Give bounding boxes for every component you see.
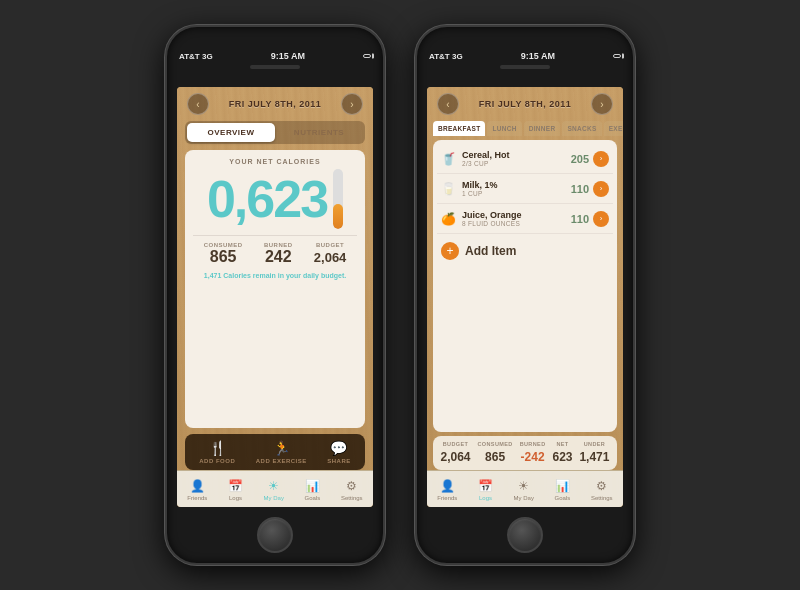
- sum-burned-label: BURNED: [520, 441, 546, 447]
- stats-row: CONSUMED 865 BURNED 242 BUDGET 2,064: [193, 235, 357, 266]
- phone-2: AT&T 3G 9:15 AM ‹ FRI JULY 8TH, 2011 › B…: [415, 25, 635, 565]
- sum-burned: BURNED -242: [520, 441, 546, 465]
- back-arrow-1[interactable]: ‹: [187, 93, 209, 115]
- food-item-2[interactable]: 🍊 Juice, Orange 8 Fluid Ounces 110 ›: [437, 204, 613, 234]
- food-cal-0: 205: [571, 153, 589, 165]
- phone-top-2: AT&T 3G 9:15 AM: [417, 27, 633, 87]
- nav-date-1: FRI JULY 8TH, 2011: [229, 99, 322, 109]
- sum-consumed-label: CONSUMED: [477, 441, 512, 447]
- back-arrow-2[interactable]: ‹: [437, 93, 459, 115]
- btab-settings-2[interactable]: ⚙ Settings: [587, 477, 617, 503]
- screen-1: ‹ FRI JULY 8TH, 2011 › OVERVIEW NUTRIENT…: [177, 87, 373, 507]
- speaker-2: [500, 65, 550, 69]
- main-card-1: YOUR NET CALORIES 0,623 CONSUMED 865 BUR…: [185, 150, 365, 428]
- food-portion-0: 2/3 Cup: [462, 160, 571, 167]
- sum-burned-value: -242: [521, 450, 545, 464]
- home-button-1[interactable]: [257, 517, 293, 553]
- progress-fill: [333, 204, 343, 229]
- phone-bottom-2: [417, 507, 633, 562]
- action-bar-1: 🍴 ADD FOOD 🏃 ADD EXERCISE 💬 SHARE: [185, 434, 365, 470]
- speaker-1: [250, 65, 300, 69]
- goals-label-2: Goals: [555, 495, 571, 501]
- phone-1: AT&T 3G 9:15 AM ‹ FRI JULY 8TH, 2011 › O…: [165, 25, 385, 565]
- settings-icon-2: ⚙: [596, 479, 607, 493]
- food-icon-1: 🥛: [441, 182, 456, 196]
- sum-under-label: UNDER: [579, 441, 609, 447]
- food-item-1[interactable]: 🥛 Milk, 1% 1 Cup 110 ›: [437, 174, 613, 204]
- share-icon: 💬: [330, 440, 347, 456]
- myday-label-2: My Day: [514, 495, 534, 501]
- btab-logs-2[interactable]: 📅 Logs: [474, 477, 497, 503]
- btab-friends-1[interactable]: 👤 Friends: [183, 477, 211, 503]
- meal-tab-lunch[interactable]: LUNCH: [487, 121, 521, 136]
- status-bar-1: AT&T 3G 9:15 AM: [167, 45, 383, 63]
- logs-label-2: Logs: [479, 495, 492, 501]
- forward-arrow-1[interactable]: ›: [341, 93, 363, 115]
- btab-goals-2[interactable]: 📊 Goals: [551, 477, 575, 503]
- time-2: 9:15 AM: [521, 51, 555, 61]
- progress-bar: [333, 169, 343, 229]
- food-icon-2: 🍊: [441, 212, 456, 226]
- stat-budget-label: BUDGET: [314, 242, 347, 248]
- food-portion-1: 1 Cup: [462, 190, 571, 197]
- food-info-2: Juice, Orange 8 Fluid Ounces: [462, 210, 571, 227]
- meal-tab-breakfast[interactable]: BREAKFAST: [433, 121, 485, 136]
- food-name-1: Milk, 1%: [462, 180, 571, 190]
- add-food-icon: 🍴: [209, 440, 226, 456]
- food-icon-0: 🥤: [441, 152, 456, 166]
- sum-budget-label: BUDGET: [440, 441, 470, 447]
- carrier-signal-2: AT&T 3G: [429, 52, 463, 61]
- tab-overview[interactable]: OVERVIEW: [187, 123, 275, 142]
- goals-icon-2: 📊: [555, 479, 570, 493]
- btab-goals-1[interactable]: 📊 Goals: [301, 477, 325, 503]
- food-arrow-0[interactable]: ›: [593, 151, 609, 167]
- add-food-label: ADD FOOD: [199, 458, 235, 464]
- add-food-button[interactable]: 🍴 ADD FOOD: [199, 440, 235, 464]
- myday-label-1: My Day: [264, 495, 284, 501]
- tab-nutrients[interactable]: NUTRIENTS: [275, 123, 363, 142]
- food-cal-2: 110: [571, 213, 589, 225]
- sum-consumed-value: 865: [485, 450, 505, 464]
- stat-budget-value: 2,064: [314, 250, 347, 265]
- goals-label-1: Goals: [305, 495, 321, 501]
- food-arrow-1[interactable]: ›: [593, 181, 609, 197]
- add-item-button[interactable]: + Add Item: [437, 234, 613, 268]
- meal-tab-snacks[interactable]: SNACKS: [562, 121, 601, 136]
- btab-myday-2[interactable]: ☀ My Day: [510, 477, 538, 503]
- btab-friends-2[interactable]: 👤 Friends: [433, 477, 461, 503]
- sum-net: NET 623: [552, 441, 572, 465]
- food-cal-1: 110: [571, 183, 589, 195]
- meal-tab-dinner[interactable]: DINNER: [524, 121, 561, 136]
- sum-under: UNDER 1,471: [579, 441, 609, 465]
- net-cal-label: YOUR NET CALORIES: [193, 158, 357, 165]
- time-1: 9:15 AM: [271, 51, 305, 61]
- food-portion-2: 8 Fluid Ounces: [462, 220, 571, 227]
- home-button-2[interactable]: [507, 517, 543, 553]
- food-item-0[interactable]: 🥤 Cereal, Hot 2/3 Cup 205 ›: [437, 144, 613, 174]
- remain-text: 1,471 Calories remain in your daily budg…: [193, 272, 357, 279]
- stat-consumed-value: 865: [210, 248, 237, 265]
- food-name-2: Juice, Orange: [462, 210, 571, 220]
- food-name-0: Cereal, Hot: [462, 150, 571, 160]
- food-card: 🥤 Cereal, Hot 2/3 Cup 205 › 🥛 Milk, 1% 1…: [433, 140, 617, 432]
- meal-tab-exercise[interactable]: EXERCISE: [604, 121, 623, 136]
- btab-myday-1[interactable]: ☀ My Day: [260, 477, 288, 503]
- carrier-signal-1: AT&T 3G: [179, 52, 213, 61]
- food-arrow-2[interactable]: ›: [593, 211, 609, 227]
- add-exercise-label: ADD EXERCISE: [256, 458, 307, 464]
- forward-arrow-2[interactable]: ›: [591, 93, 613, 115]
- share-button[interactable]: 💬 SHARE: [327, 440, 351, 464]
- food-info-1: Milk, 1% 1 Cup: [462, 180, 571, 197]
- status-bar-2: AT&T 3G 9:15 AM: [417, 45, 633, 63]
- add-exercise-button[interactable]: 🏃 ADD EXERCISE: [256, 440, 307, 464]
- btab-logs-1[interactable]: 📅 Logs: [224, 477, 247, 503]
- battery-1: [363, 54, 371, 58]
- logs-label-1: Logs: [229, 495, 242, 501]
- stat-burned: BURNED 242: [264, 242, 293, 266]
- settings-label-2: Settings: [591, 495, 613, 501]
- share-label: SHARE: [327, 458, 351, 464]
- myday-icon-1: ☀: [268, 479, 279, 493]
- screen-nav-1: ‹ FRI JULY 8TH, 2011 ›: [177, 87, 373, 121]
- btab-settings-1[interactable]: ⚙ Settings: [337, 477, 367, 503]
- calories-display: 0,623: [207, 173, 327, 225]
